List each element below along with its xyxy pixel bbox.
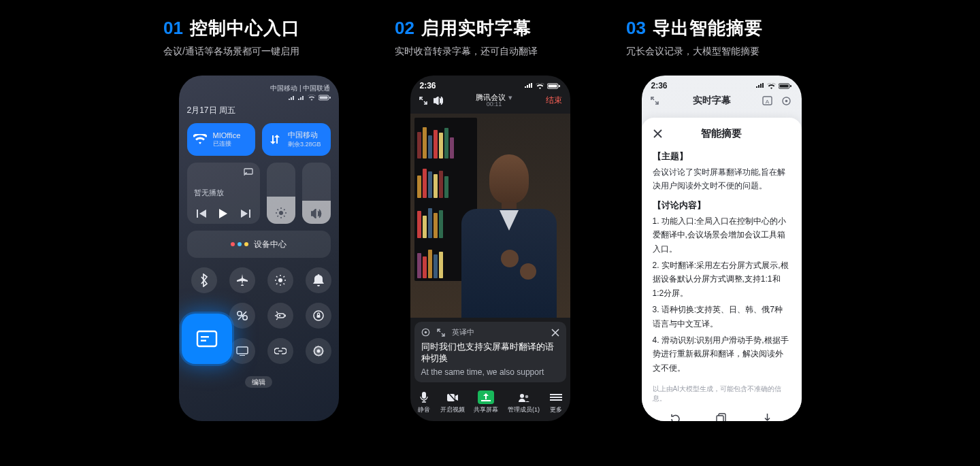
sim-icon xyxy=(289,95,295,101)
data-swap-icon xyxy=(267,132,282,147)
lock-rotation-button[interactable] xyxy=(306,303,331,329)
share-button[interactable]: 共享屏幕 xyxy=(474,390,498,414)
video-icon xyxy=(446,390,459,404)
list-item: 4. 滑动识别:识别用户滑动手势,根据手势进行重新截屏和翻译，解决阅读外文不便。 xyxy=(653,333,791,375)
svg-point-6 xyxy=(237,312,241,316)
text-size-icon[interactable]: A xyxy=(762,96,774,106)
copy-button[interactable]: 复制 xyxy=(715,412,728,421)
battery-icon xyxy=(779,83,792,89)
close-caption-button[interactable] xyxy=(551,329,559,337)
copy-icon xyxy=(715,412,728,421)
svg-rect-2 xyxy=(329,97,331,99)
svg-rect-1 xyxy=(319,97,327,99)
wifi-icon xyxy=(767,83,776,89)
svg-rect-12 xyxy=(316,315,320,318)
topic-heading: 【主题】 xyxy=(653,151,791,163)
prev-icon[interactable] xyxy=(197,210,206,218)
flashlight-button[interactable] xyxy=(267,303,293,329)
page-title: 实时字幕 xyxy=(662,95,762,107)
cast-icon xyxy=(244,168,253,176)
svg-point-30 xyxy=(520,394,524,398)
dnd-button[interactable] xyxy=(306,267,331,293)
auto-brightness-button[interactable] xyxy=(267,267,293,293)
hub-dots-icon xyxy=(231,242,248,246)
video-button[interactable]: 开启视频 xyxy=(440,390,465,414)
phone-mock-summary: 2:36 实时字幕 A 智能摘要 【主题】 会议讨论了实时屏幕翻译功能,旨 xyxy=(642,76,802,421)
bluetooth-button[interactable] xyxy=(191,267,217,293)
airplane-button[interactable] xyxy=(229,267,255,293)
play-icon[interactable] xyxy=(219,209,227,218)
speaker-icon[interactable] xyxy=(434,97,443,105)
caption-original: 同时我们也支持实屏幕时翻译的语种切换 xyxy=(421,342,559,365)
wifi-icon xyxy=(193,132,208,147)
minimize-icon[interactable] xyxy=(650,96,662,105)
svg-rect-32 xyxy=(550,394,562,395)
retry-button[interactable]: 重试 xyxy=(668,412,682,421)
mobile-data-tile[interactable]: 中国移动剩余3.28GB xyxy=(262,123,331,156)
save-button[interactable]: 保存 xyxy=(761,412,774,421)
share-icon xyxy=(478,390,494,404)
minimize-icon[interactable] xyxy=(419,96,428,105)
step-number: 01 xyxy=(163,18,183,39)
step-title: 导出智能摘要 xyxy=(653,16,763,40)
settings-icon[interactable] xyxy=(781,96,794,106)
retry-icon xyxy=(668,412,682,421)
step-subtitle: 冗长会议记录，大模型智能摘要 xyxy=(626,46,817,58)
wifi-icon xyxy=(308,95,316,101)
mic-icon xyxy=(417,390,431,404)
meeting-toolbar: 静音 开启视频 共享屏幕 管理成员(1) 更多 xyxy=(410,386,570,421)
screen-mirror-button[interactable] xyxy=(229,338,255,364)
sheet-title: 智能摘要 xyxy=(663,127,781,140)
edit-button[interactable]: 编辑 xyxy=(187,375,331,387)
caption-settings-icon[interactable] xyxy=(421,328,430,337)
caption-toggle-highlight[interactable] xyxy=(182,314,232,364)
wifi-tile[interactable]: MIOffice已连接 xyxy=(187,123,256,156)
link-button[interactable] xyxy=(267,338,293,364)
data-label: 中国移动 xyxy=(288,131,318,139)
expand-icon[interactable] xyxy=(437,329,445,337)
volume-icon xyxy=(311,209,322,218)
settings-button[interactable] xyxy=(306,338,331,364)
svg-rect-33 xyxy=(550,397,562,398)
svg-rect-29 xyxy=(481,400,491,401)
status-icons xyxy=(525,83,561,89)
brightness-icon xyxy=(276,207,287,218)
ai-note: 以上由AI大模型生成，可能包含不准确的信息。 xyxy=(653,384,791,403)
svg-rect-8 xyxy=(277,314,284,318)
svg-rect-23 xyxy=(559,85,560,87)
step-number: 02 xyxy=(395,18,414,39)
signal-icon xyxy=(525,83,533,88)
svg-point-31 xyxy=(525,395,528,398)
signal-icon xyxy=(298,95,305,101)
members-icon xyxy=(517,390,531,404)
date-label: 2月17日 周五 xyxy=(187,105,331,116)
list-item: 3. 语种切换:支持英、日、韩、俄7种语言与中文互译。 xyxy=(653,303,791,331)
media-title: 暂无播放 xyxy=(194,188,253,198)
brightness-slider[interactable] xyxy=(267,163,295,224)
battery-icon xyxy=(547,83,561,89)
screenshot-button[interactable] xyxy=(229,303,255,329)
video-feed xyxy=(410,114,570,318)
mute-button[interactable]: 静音 xyxy=(417,390,431,414)
volume-slider[interactable] xyxy=(302,163,331,224)
status-time: 2:36 xyxy=(651,81,668,90)
members-button[interactable]: 管理成员(1) xyxy=(508,390,540,414)
svg-rect-34 xyxy=(550,399,562,401)
discussion-heading: 【讨论内容】 xyxy=(653,200,791,212)
close-sheet-button[interactable] xyxy=(653,129,663,139)
list-item: 1. 功能入口:全局入口在控制中心的小爱翻译中,会议场景会增加会议工具箱入口。 xyxy=(653,214,791,256)
more-button[interactable]: 更多 xyxy=(549,390,563,414)
svg-text:A: A xyxy=(765,98,769,104)
save-icon xyxy=(761,412,774,421)
meeting-timer: 00:11 xyxy=(476,101,512,108)
device-hub-tile[interactable]: 设备中心 xyxy=(187,231,331,258)
list-item: 2. 实时翻译:采用左右分屏方式展示,根据设备默认分屏方式调整,支持1:1和1:… xyxy=(653,259,791,300)
svg-rect-26 xyxy=(422,392,426,399)
svg-rect-37 xyxy=(790,85,791,87)
panel-summary: 03 导出智能摘要 冗长会议记录，大模型智能摘要 2:36 实时字幕 A 智能摘… xyxy=(626,16,817,466)
svg-point-41 xyxy=(785,99,787,102)
next-icon[interactable] xyxy=(241,210,250,218)
end-call-button[interactable]: 结束 xyxy=(546,95,562,106)
lang-label[interactable]: 英译中 xyxy=(452,327,474,337)
media-tile[interactable]: 暂无播放 xyxy=(187,163,260,224)
